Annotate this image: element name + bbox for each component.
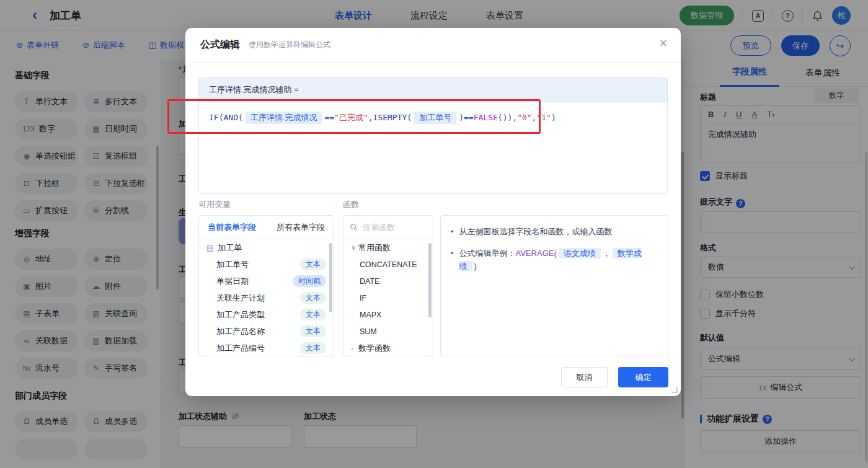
variable-type-badge: 文本: [300, 309, 326, 320]
formula-editor: 工序详情.完成情况辅助 = IF(AND(工序详情.完成情况=="已完成",IS…: [198, 77, 668, 194]
variable-row[interactable]: 加工产品名称 文本: [199, 323, 334, 340]
variable-name: 关联生产计划: [216, 293, 265, 304]
variable-name: 单据日期: [216, 276, 249, 287]
variable-name: 加工产品类型: [216, 309, 265, 320]
variable-name: 加工产品编号: [216, 343, 265, 354]
variable-list: 加工单号 文本 单据日期 时间戳 关联生产计划 文本 加工产品类型: [199, 256, 334, 356]
chevron-closed-icon: ›: [351, 345, 358, 352]
function-list: CONCATENATE DATE IF MAPX SUM: [343, 256, 433, 340]
field-chip[interactable]: 工序详情.完成情况: [246, 112, 322, 124]
function-name: DATE: [360, 277, 379, 286]
function-row[interactable]: MAPX: [343, 306, 433, 323]
modal-header: 公式编辑 使用数学运算符编辑公式 ×: [185, 28, 681, 63]
function-name: SUM: [360, 327, 377, 336]
cancel-button[interactable]: 取消: [561, 367, 608, 387]
function-search-input[interactable]: [363, 223, 425, 232]
functions-scrollbar[interactable]: [428, 243, 432, 317]
function-name: MAPX: [360, 311, 381, 319]
function-name: IF: [360, 294, 366, 302]
variable-type-badge: 文本: [300, 292, 326, 304]
modal-subtitle: 使用数学运算符编辑公式: [249, 40, 330, 50]
resize-handle[interactable]: [671, 387, 678, 393]
variables-tabs: 当前表单字段 所有表单字段: [199, 216, 334, 239]
variable-type-badge: 文本: [300, 325, 326, 337]
confirm-button[interactable]: 确定: [618, 367, 668, 387]
variables-section-label: 可用变量: [198, 199, 231, 210]
app-screen: ‹ 加工单 表单设计 流程设定 表单设置 数据管理 A ? 检 ⊚: [0, 0, 868, 468]
variables-panel: 当前表单字段 所有表单字段 ▤ 加工单 加工单号 文本 单据日期 时间戳: [198, 215, 334, 356]
functions-section-label: 函数: [343, 199, 359, 210]
function-row[interactable]: CONCATENATE: [343, 256, 433, 273]
variable-row[interactable]: 单据日期 时间戳: [199, 273, 334, 289]
function-group-common[interactable]: ∨ 常用函数: [343, 239, 433, 256]
help-line-1: • 从左侧面板选择字段名和函数，或输入函数: [451, 225, 658, 238]
help-line-2: • 公式编辑举例：AVERAGE(语文成绩，数学成绩): [451, 247, 658, 273]
variable-type-badge: 文本: [300, 258, 326, 270]
function-group-math[interactable]: › 数学函数: [343, 340, 433, 356]
close-icon[interactable]: ×: [659, 37, 667, 50]
tab-current-form-fields[interactable]: 当前表单字段: [208, 222, 256, 233]
chevron-open-icon: ∨: [351, 244, 358, 252]
variables-scrollbar[interactable]: [329, 243, 332, 312]
variable-row[interactable]: 关联生产计划 文本: [199, 289, 334, 306]
function-search: [343, 216, 433, 239]
variable-type-badge: 文本: [300, 342, 326, 354]
formula-target: 工序详情.完成情况辅助 =: [199, 78, 667, 102]
field-chip[interactable]: 加工单号: [414, 112, 456, 124]
variable-group-row[interactable]: ▤ 加工单: [199, 239, 334, 256]
function-row[interactable]: SUM: [343, 323, 433, 340]
variable-row[interactable]: 加工产品类型 文本: [199, 306, 334, 323]
formula-input[interactable]: IF(AND(工序详情.完成情况=="已完成",ISEMPTY(加工单号)==F…: [199, 102, 667, 134]
variable-row[interactable]: 加工单号 文本: [199, 256, 334, 273]
variable-name: 加工产品名称: [216, 326, 265, 337]
form-file-icon: ▤: [206, 244, 213, 252]
search-icon: [350, 223, 358, 232]
variable-row[interactable]: 加工产品编号 文本: [199, 340, 334, 356]
function-row[interactable]: DATE: [343, 273, 433, 289]
function-name: CONCATENATE: [360, 260, 417, 269]
function-row[interactable]: IF: [343, 289, 433, 306]
tab-all-form-fields[interactable]: 所有表单字段: [277, 222, 325, 233]
formula-edit-modal: 公式编辑 使用数学运算符编辑公式 × 工序详情.完成情况辅助 = IF(AND(…: [185, 28, 681, 396]
modal-title: 公式编辑: [200, 38, 240, 51]
variable-name: 加工单号: [216, 259, 249, 270]
example-field-chip: 语文成绩: [559, 248, 601, 258]
variable-type-badge: 时间戳: [293, 275, 326, 287]
functions-panel: ∨ 常用函数 CONCATENATE DATE IF: [343, 215, 433, 356]
formula-help-panel: • 从左侧面板选择字段名和函数，或输入函数 • 公式编辑举例：AVERAGE(语…: [440, 215, 668, 356]
